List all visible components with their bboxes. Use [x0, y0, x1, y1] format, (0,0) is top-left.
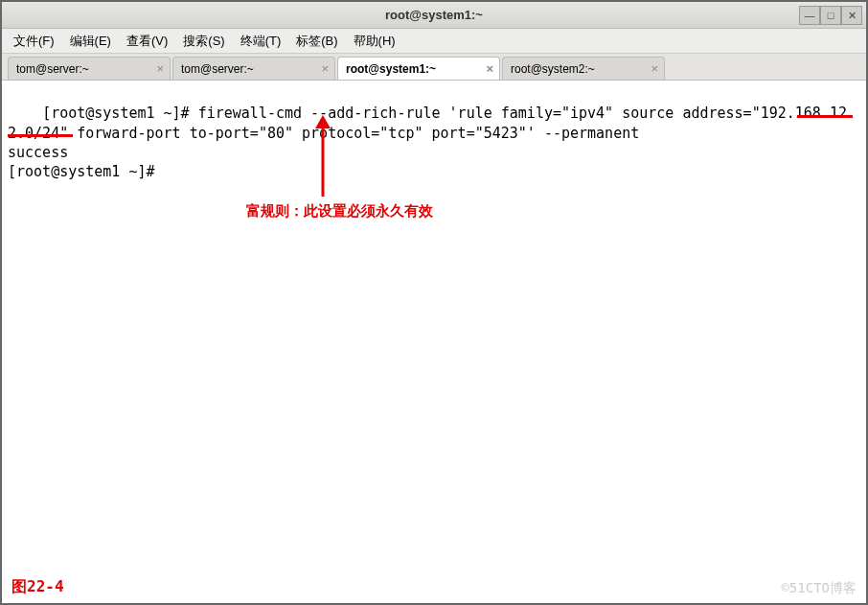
tab-label: tom@server:~ [16, 62, 89, 76]
close-icon[interactable]: × [156, 61, 164, 76]
minimize-button[interactable]: — [799, 6, 820, 25]
titlebar: root@system1:~ — □ ✕ [2, 2, 866, 29]
tab-tom-server-1[interactable]: tom@server:~ × [8, 57, 171, 80]
tab-root-system1[interactable]: root@system1:~ × [337, 57, 500, 80]
close-icon[interactable]: × [321, 61, 329, 76]
menu-tabs[interactable]: 标签(B) [290, 30, 343, 53]
terminal-area[interactable]: [root@system1 ~]# firewall-cmd --add-ric… [2, 81, 866, 603]
menu-view[interactable]: 查看(V) [121, 30, 173, 53]
close-icon[interactable]: × [651, 61, 658, 76]
watermark: ©51CTO博客 [781, 579, 857, 597]
annotation-arrow-icon [308, 115, 337, 201]
annotation-text: 富规则：此设置必须永久有效 [246, 201, 433, 221]
window-controls: — □ ✕ [799, 6, 862, 25]
menu-edit[interactable]: 编辑(E) [64, 30, 117, 53]
tab-root-system2[interactable]: root@system2:~ × [502, 57, 665, 80]
menu-file[interactable]: 文件(F) [8, 30, 60, 53]
tab-label: root@system2:~ [511, 62, 595, 76]
tabbar: tom@server:~ × tom@server:~ × root@syste… [2, 54, 866, 81]
tab-label: tom@server:~ [181, 62, 254, 76]
menu-search[interactable]: 搜索(S) [177, 30, 230, 53]
annotation-underline-manent [8, 134, 73, 137]
menu-help[interactable]: 帮助(H) [348, 30, 401, 53]
tab-tom-server-2[interactable]: tom@server:~ × [172, 57, 335, 80]
menubar: 文件(F) 编辑(E) 查看(V) 搜索(S) 终端(T) 标签(B) 帮助(H… [2, 29, 866, 54]
close-button[interactable]: ✕ [841, 6, 862, 25]
figure-label: 图22-4 [11, 576, 64, 597]
menu-terminal[interactable]: 终端(T) [235, 30, 287, 53]
window-title: root@system1:~ [385, 8, 483, 22]
terminal-content: [root@system1 ~]# firewall-cmd --add-ric… [8, 105, 847, 180]
close-icon[interactable]: × [486, 61, 493, 76]
maximize-button[interactable]: □ [820, 6, 841, 25]
svg-marker-1 [315, 115, 331, 128]
tab-label: root@system1:~ [346, 62, 436, 76]
annotation-underline-permanent [797, 115, 853, 118]
